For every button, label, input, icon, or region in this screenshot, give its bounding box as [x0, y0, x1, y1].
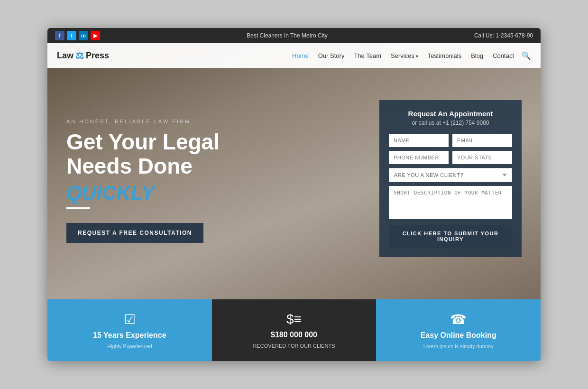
card-recovered-title: $180 000 000	[271, 331, 317, 339]
top-bar-tagline: Best Cleaners In The Metro City	[247, 32, 328, 39]
linkedin-icon[interactable]: in	[79, 31, 88, 40]
twitter-icon[interactable]: t	[67, 31, 76, 40]
money-icon: $≡	[286, 312, 302, 327]
hero-title: Get Your Legal Needs Done	[66, 130, 370, 178]
nav-links: Home Our Story The Team Services Testimo…	[292, 51, 514, 60]
logo-text-post: Press	[86, 51, 109, 61]
nav-link-team[interactable]: The Team	[354, 52, 381, 59]
name-input[interactable]	[389, 134, 449, 147]
phone-icon: ☎	[450, 312, 467, 327]
logo-text-pre: Law	[57, 51, 74, 61]
hero-tagline: An Honest, Reliable Law Firm	[66, 119, 370, 124]
hero-section: Law ⚖ Press Home Our Story The Team Serv…	[47, 43, 541, 299]
card-experience-subtitle: Highly Experienced	[107, 343, 152, 349]
navigation: Law ⚖ Press Home Our Story The Team Serv…	[47, 43, 541, 68]
hero-title-line1: Get Your Legal	[66, 130, 220, 154]
top-bar: f t in ▶ Best Cleaners In The Metro City…	[47, 28, 541, 43]
youtube-icon[interactable]: ▶	[91, 31, 100, 40]
state-input[interactable]	[452, 151, 512, 164]
hero-content: An Honest, Reliable Law Firm Get Your Le…	[47, 43, 541, 299]
nav-item-team[interactable]: The Team	[354, 51, 381, 60]
card-booking-title: Easy Online Booking	[421, 331, 496, 340]
form-row-phone-state	[389, 151, 512, 164]
nav-link-contact[interactable]: Contact	[493, 52, 514, 59]
card-booking-subtitle: Lorem ipsum is simply dummy	[423, 343, 494, 349]
bottom-cards: ☑ 15 Years Experience Highly Experienced…	[47, 299, 541, 361]
nav-link-services[interactable]: Services	[391, 52, 418, 59]
nav-link-testimonials[interactable]: Testimonials	[428, 52, 462, 59]
nav-link-blog[interactable]: Blog	[471, 52, 483, 59]
form-subtitle: or call us at +1 (212) 754 9000	[389, 120, 512, 126]
appointment-form: Request An Appointment or call us at +1 …	[379, 100, 522, 257]
card-experience: ☑ 15 Years Experience Highly Experienced	[47, 299, 212, 361]
site-logo[interactable]: Law ⚖ Press	[57, 50, 109, 61]
client-type-select[interactable]: ARE YOU A NEW CLIENT? Yes, New Client No…	[389, 168, 512, 182]
social-icons: f t in ▶	[55, 31, 100, 40]
search-icon[interactable]: 🔍	[522, 51, 531, 60]
nav-item-home[interactable]: Home	[292, 51, 309, 60]
form-title: Request An Appointment	[389, 110, 512, 118]
card-recovered: $≡ $180 000 000 RECOVERED FOR OUR CLIENT…	[212, 299, 377, 361]
email-input[interactable]	[452, 134, 512, 147]
hero-left-panel: An Honest, Reliable Law Firm Get Your Le…	[66, 100, 379, 243]
nav-item-testimonials[interactable]: Testimonials	[428, 51, 462, 60]
nav-item-services[interactable]: Services	[391, 51, 418, 60]
card-recovered-subtitle: RECOVERED FOR OUR CLIENTS	[253, 343, 335, 349]
experience-icon: ☑	[124, 312, 136, 327]
phone-input[interactable]	[389, 151, 449, 164]
browser-window: f t in ▶ Best Cleaners In The Metro City…	[47, 28, 541, 361]
nav-item-contact[interactable]: Contact	[493, 51, 514, 60]
hero-underline	[66, 207, 90, 209]
nav-item-story[interactable]: Our Story	[318, 51, 345, 60]
top-bar-phone: Call Us: 1-2345-678-90	[474, 32, 533, 39]
description-textarea[interactable]	[389, 186, 512, 219]
hero-title-line2: Needs Done	[66, 154, 193, 178]
logo-icon: ⚖	[75, 50, 84, 61]
submit-button[interactable]: CLICK HERE TO SUBMIT YOUR INQUIRY	[389, 225, 512, 248]
nav-item-blog[interactable]: Blog	[471, 51, 483, 60]
facebook-icon[interactable]: f	[55, 31, 64, 40]
nav-link-story[interactable]: Our Story	[318, 52, 345, 59]
form-row-name-email	[389, 134, 512, 147]
card-booking: ☎ Easy Online Booking Lorem ipsum is sim…	[376, 299, 541, 361]
consultation-button[interactable]: REQUEST A FREE CONSULTATION	[66, 223, 203, 243]
nav-link-home[interactable]: Home	[292, 52, 309, 59]
card-experience-title: 15 Years Experience	[93, 331, 166, 340]
hero-quickly-text: QUICKLY	[66, 182, 370, 204]
